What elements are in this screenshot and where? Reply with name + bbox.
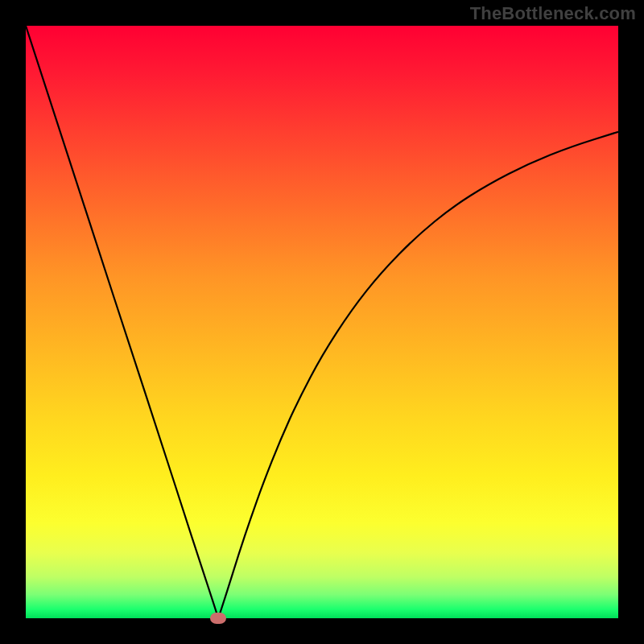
watermark-text: TheBottleneck.com: [470, 3, 636, 24]
bottleneck-curve: [26, 26, 618, 618]
curve-path: [26, 26, 618, 618]
chart-container: TheBottleneck.com: [0, 0, 644, 644]
minimum-marker: [210, 613, 226, 624]
